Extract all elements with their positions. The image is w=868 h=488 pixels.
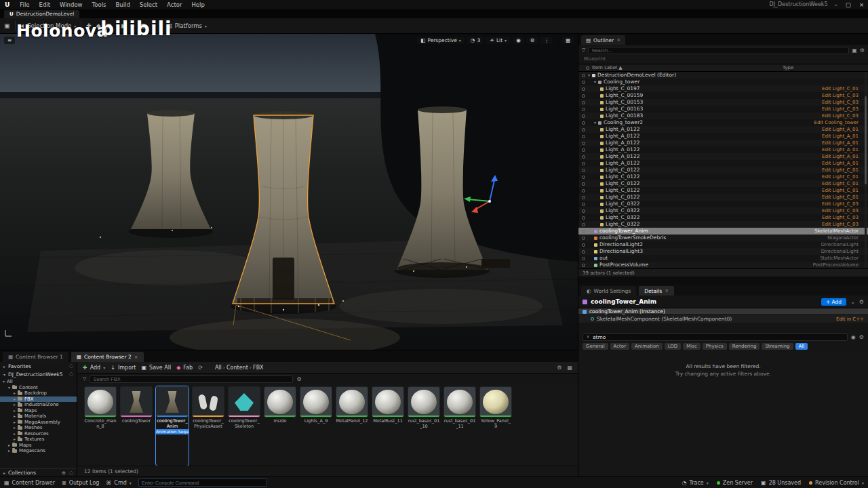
visibility-eye-icon[interactable] xyxy=(582,196,585,199)
asset-tile[interactable]: rust_basec_01_11 xyxy=(443,386,476,466)
revision-control-dropdown[interactable]: Revision Control ▾ xyxy=(809,480,864,486)
outliner-row[interactable]: DirectionalLight2DirectionalLight xyxy=(578,241,868,248)
visibility-eye-icon[interactable] xyxy=(582,169,585,172)
asset-tile[interactable]: Lights_A_9 xyxy=(300,386,332,466)
unsaved-packages-button[interactable]: ▣ 28 Unsaved xyxy=(761,480,801,486)
expand-caret-icon[interactable]: ▾ xyxy=(594,79,596,85)
search-icon[interactable]: ◌ xyxy=(69,470,73,476)
details-view-settings-icon[interactable]: ⚙ xyxy=(859,334,864,340)
filter-chip-rendering[interactable]: Rendering xyxy=(729,343,760,350)
asset-search-input[interactable] xyxy=(90,375,293,383)
content-drawer-button[interactable]: ▦ Content Drawer xyxy=(4,480,55,486)
outliner-row[interactable]: Light_A_0122Edit Light_A_01 xyxy=(578,133,868,140)
outliner-row[interactable]: coolingTowerSmokeDebrisNiagaraActor xyxy=(578,235,868,241)
visibility-eye-icon[interactable] xyxy=(582,250,585,253)
asset-tile[interactable]: inside xyxy=(264,386,296,466)
show-flags-button[interactable]: ◉ xyxy=(513,37,524,44)
outliner-row[interactable]: coolingTower_AnimSkeletalMeshActor xyxy=(578,228,868,235)
menu-item-build[interactable]: Build xyxy=(111,0,134,9)
tab-outliner[interactable]: ▤ Outliner × xyxy=(581,35,625,45)
outliner-type-link[interactable]: Edit Cooling_tower xyxy=(783,119,859,126)
search-icon[interactable]: ◌ xyxy=(69,363,73,369)
visibility-eye-icon[interactable] xyxy=(582,237,585,240)
cb-layout-icon[interactable]: ▦ xyxy=(567,365,572,371)
asset-tile[interactable]: coolingTower xyxy=(120,386,153,466)
outliner-row[interactable]: Light_C_0322Edit Light_C_03 xyxy=(578,201,868,207)
visibility-eye-icon[interactable] xyxy=(582,135,585,138)
close-icon[interactable]: × xyxy=(665,288,669,293)
outliner-type-link[interactable]: Edit Light_A_01 xyxy=(783,160,859,167)
filter-chip-streaming[interactable]: Streaming xyxy=(762,343,793,350)
visibility-eye-icon[interactable] xyxy=(582,189,585,192)
maximize-button[interactable]: ▢ xyxy=(846,1,851,8)
outliner-type-link[interactable]: Edit Light_A_01 xyxy=(783,133,859,140)
asset-tile[interactable]: Concrete_mann_8 xyxy=(84,386,117,466)
outliner-settings-icon[interactable]: ⚙ xyxy=(860,47,865,54)
folder-row-materials[interactable]: ▸Materials xyxy=(0,413,77,420)
menu-item-actor[interactable]: Actor xyxy=(162,0,186,9)
outliner-row[interactable]: Light_C_0122Edit Light_C_01 xyxy=(578,167,868,174)
filter-chip-misc[interactable]: Misc xyxy=(683,343,700,350)
tab-world-settings[interactable]: ◐ World Settings xyxy=(581,286,636,296)
visibility-eye-icon[interactable] xyxy=(582,223,585,226)
outliner-type-link[interactable]: Edit Light_C_03 xyxy=(783,99,859,106)
visibility-eye-icon[interactable] xyxy=(582,108,585,111)
clear-search-icon[interactable]: × xyxy=(586,334,590,340)
outliner-type-link[interactable]: Edit Light_A_01 xyxy=(783,146,859,153)
menu-item-help[interactable]: Help xyxy=(186,0,209,9)
asset-tile[interactable]: rust_basec_01_10 xyxy=(408,386,440,466)
outliner-type-link[interactable]: Edit Light_C_01 xyxy=(783,187,859,194)
save-all-button[interactable]: ▣ Save All xyxy=(141,365,171,371)
outliner-row[interactable]: Light_A_0122Edit Light_A_01 xyxy=(578,153,868,160)
outliner-row[interactable]: Light_A_0122Edit Light_A_01 xyxy=(578,140,868,146)
filter-chip-all[interactable]: All xyxy=(795,343,808,350)
outliner-type-link[interactable]: Edit Light_C_01 xyxy=(783,174,859,180)
level-tab[interactable]: U DestructionDemoLevel xyxy=(4,10,79,18)
outliner-type-link[interactable]: Edit Light_C_01 xyxy=(783,180,859,187)
sync-icon[interactable]: ⟳ xyxy=(198,365,203,371)
visibility-eye-icon[interactable] xyxy=(582,203,585,206)
folder-row-fbx[interactable]: ▸FBX xyxy=(0,396,77,403)
platforms-dropdown[interactable]: ▤ Platforms ▾ xyxy=(166,22,207,29)
outliner-row[interactable]: ▾DestructionDemoLevel (Editor) xyxy=(578,72,868,79)
close-icon[interactable]: × xyxy=(134,354,138,360)
visibility-eye-icon[interactable] xyxy=(582,74,585,77)
outliner-type-link[interactable]: Edit Light_C_03 xyxy=(783,106,859,113)
outliner-row[interactable]: Light_A_0122Edit Light_A_01 xyxy=(578,146,868,153)
minimize-button[interactable]: – xyxy=(835,1,837,8)
breadcrumb-all[interactable]: All xyxy=(215,365,222,371)
favorites-section[interactable]: ▸ Favorites ◌ xyxy=(0,362,77,370)
component-row-skeletalmesh[interactable]: SkeletalMeshComponent (SkeletalMeshCompo… xyxy=(578,315,868,323)
collections-section[interactable]: ▸ Collections ⊕ ◌ xyxy=(0,468,77,476)
tab-content-browser-1[interactable]: ▦ Content Browser 1 xyxy=(3,352,68,362)
outliner-row[interactable]: Light_C_0122Edit Light_C_01 xyxy=(578,174,868,180)
outliner-row[interactable]: Light_C_0122Edit Light_C_01 xyxy=(578,180,868,187)
folder-row-megascans[interactable]: ▸Megascans xyxy=(0,448,77,454)
cmd-dropdown[interactable]: ⌘ Cmd ▾ xyxy=(106,480,131,486)
outliner-row[interactable]: PostProcessVolumePostProcessVolume xyxy=(578,262,868,268)
outliner-type-link[interactable]: Edit Light_C_03 xyxy=(783,207,859,214)
viewport-3d-scene[interactable]: ≡ ◧ Perspective ▾ ◔ 3 ☀ Lit ▾ ◉ ⚙ ⋮ xyxy=(0,34,578,350)
folder-row-textures[interactable]: ▸Textures xyxy=(0,436,77,443)
folder-row-resources[interactable]: ▸Resources xyxy=(0,431,77,437)
visibility-eye-icon[interactable] xyxy=(582,148,585,152)
close-button[interactable]: × xyxy=(859,1,864,8)
new-folder-icon[interactable]: ▣ xyxy=(852,47,857,54)
close-icon[interactable]: × xyxy=(616,37,620,43)
outliner-row[interactable]: Light_C_00163Edit Light_C_03 xyxy=(578,106,868,113)
outliner-row[interactable]: Light_A_0122Edit Light_A_01 xyxy=(578,126,868,133)
edit-in-cpp-link[interactable]: Edit in C++ xyxy=(836,317,864,322)
outliner-type-link[interactable]: Edit Light_C_03 xyxy=(783,92,859,99)
visibility-eye-icon[interactable] xyxy=(582,81,585,84)
maximize-viewport-button[interactable]: ▦ xyxy=(562,37,574,44)
outliner-row[interactable]: outStaticMeshActor xyxy=(578,255,868,262)
menu-item-edit[interactable]: Edit xyxy=(35,0,55,9)
outliner-type-link[interactable]: Edit Light_C_03 xyxy=(783,221,859,228)
visibility-eye-icon[interactable] xyxy=(582,142,585,145)
visibility-eye-icon[interactable] xyxy=(582,162,585,165)
menu-item-tools[interactable]: Tools xyxy=(87,0,111,9)
visibility-eye-icon[interactable] xyxy=(582,216,585,220)
menu-item-select[interactable]: Select xyxy=(135,0,162,9)
menu-item-window[interactable]: Window xyxy=(55,0,87,9)
folder-row-backdrop[interactable]: ▸Backdrop xyxy=(0,390,77,396)
